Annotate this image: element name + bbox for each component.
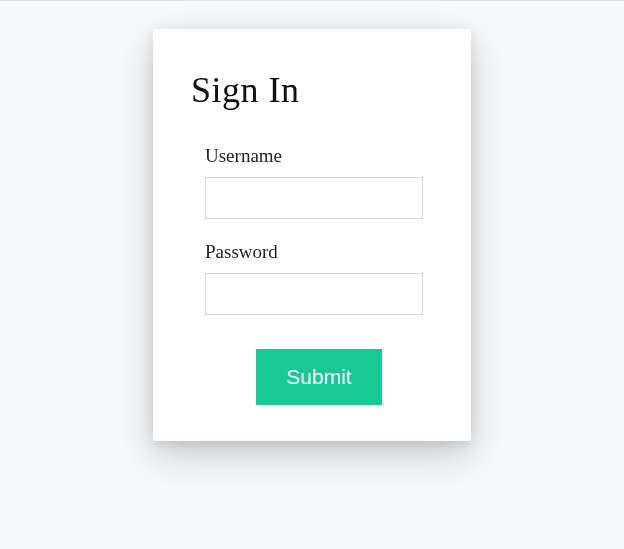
password-group: Password — [205, 241, 433, 315]
submit-button[interactable]: Submit — [256, 349, 381, 405]
signin-card: Sign In Username Password Submit — [153, 29, 471, 441]
username-group: Username — [205, 145, 433, 219]
signin-form: Username Password Submit — [191, 145, 433, 405]
password-input[interactable] — [205, 273, 423, 315]
username-input[interactable] — [205, 177, 423, 219]
password-label: Password — [205, 241, 433, 263]
page-title: Sign In — [191, 69, 433, 111]
username-label: Username — [205, 145, 433, 167]
submit-wrap: Submit — [205, 349, 433, 405]
